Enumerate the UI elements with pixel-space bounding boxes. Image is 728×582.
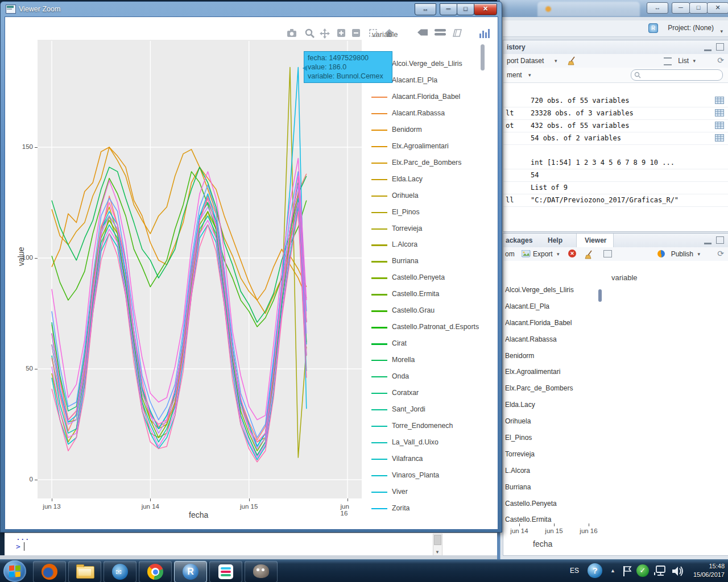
series-Benidorm[interactable] xyxy=(52,147,307,300)
camera-icon[interactable] xyxy=(287,28,299,40)
legend-item[interactable]: Zorita xyxy=(371,502,485,515)
legend-scrollbar[interactable] xyxy=(481,44,485,70)
bg-window-resize-button[interactable]: ↔ xyxy=(647,2,668,14)
environment-search-input[interactable] xyxy=(631,69,723,81)
legend-item[interactable]: Castello.Ermita xyxy=(371,288,485,301)
vz-maximize-button[interactable]: □ xyxy=(457,3,474,15)
tab-packages-partial[interactable]: ackages xyxy=(506,236,532,244)
legend-item-label: Coratxar xyxy=(392,389,419,397)
taskbar-clock[interactable]: 15:48 15/06/2017 xyxy=(682,562,725,579)
legend-item[interactable]: Elx.Parc_de_Bombers xyxy=(371,157,485,169)
legend-item[interactable]: Vilafranca xyxy=(371,453,485,465)
taskbar-explorer[interactable] xyxy=(68,561,101,582)
refresh-icon[interactable]: ⟳ xyxy=(717,56,724,65)
pane-minimize-icon[interactable] xyxy=(704,44,712,51)
zoom-out-icon[interactable] xyxy=(351,28,364,40)
refresh-icon[interactable]: ⟳ xyxy=(717,249,724,258)
legend-item[interactable]: Alacant.Florida_Babel xyxy=(371,91,485,103)
data-grid-icon[interactable] xyxy=(715,122,724,129)
pane-maximize-icon[interactable] xyxy=(716,236,724,244)
export-button[interactable]: Export xyxy=(533,250,553,258)
taskbar-rstudio[interactable]: R xyxy=(174,561,207,582)
start-button[interactable] xyxy=(3,560,26,582)
language-indicator[interactable]: ES xyxy=(570,567,579,575)
legend-item[interactable]: La_Vall_d.Uixo xyxy=(371,436,485,449)
legend-item[interactable]: Sant_Jordi xyxy=(371,404,485,416)
project-selector[interactable]: Project: (None) xyxy=(668,24,714,32)
legend-item[interactable]: Morella xyxy=(371,354,485,367)
data-grid-icon[interactable] xyxy=(715,97,724,104)
legend-item-label: Castello.Grau xyxy=(392,306,435,314)
legend-item-label: Viver xyxy=(392,488,408,496)
zoom-in-icon[interactable] xyxy=(337,28,349,40)
broom-icon[interactable] xyxy=(584,250,594,260)
legend-item[interactable]: Cirat xyxy=(371,338,485,350)
data-grid-icon[interactable] xyxy=(715,109,724,117)
legend-item[interactable]: Elx.Agroalimentari xyxy=(371,140,485,153)
bg-minimize-button[interactable]: ─ xyxy=(672,2,690,14)
legend-item[interactable]: Vinaros_Planta xyxy=(371,469,485,482)
vz-resize-button[interactable]: ↔ xyxy=(415,3,436,15)
series-Morella[interactable] xyxy=(52,167,307,322)
bg-maximize-button[interactable]: □ xyxy=(689,2,708,14)
import-dataset-button[interactable]: port Dataset xyxy=(507,57,544,65)
publish-button[interactable]: Publish xyxy=(671,250,693,258)
legend-item[interactable]: Torre_Endomenech xyxy=(371,420,485,433)
legend-item[interactable]: Benidorm xyxy=(371,124,485,136)
legend-item[interactable]: Torrevieja xyxy=(371,223,485,235)
pane-minimize-icon[interactable] xyxy=(704,238,712,244)
environment-row[interactable]: lt23328 obs. of 3 variables xyxy=(503,107,728,120)
viewer-legend-item: Castello.Penyeta xyxy=(505,500,602,516)
environment-row[interactable]: 720 obs. of 55 variables xyxy=(503,95,728,107)
legend-item[interactable]: Viver xyxy=(371,486,485,498)
scroll-down-arrow-icon[interactable]: ▼ xyxy=(435,550,440,555)
zoom-button-partial[interactable]: om xyxy=(505,250,515,258)
legend-item[interactable]: Burriana xyxy=(371,255,485,268)
environment-row: List of 9 xyxy=(503,182,728,194)
clear-viewer-icon[interactable]: ✕ xyxy=(568,250,576,257)
bg-close-button[interactable]: ✕ xyxy=(707,2,728,14)
viewer-zoom-titlebar[interactable]: Viewer Zoom ↔ ─ □ ✕ xyxy=(1,2,502,16)
pan-icon[interactable] xyxy=(320,28,332,40)
legend-item[interactable]: Castello.Penyeta xyxy=(371,272,485,284)
pane-maximize-icon[interactable] xyxy=(716,43,724,51)
global-environment-selector[interactable]: ment xyxy=(507,71,522,79)
environment-row[interactable]: ot432 obs. of 55 variables xyxy=(503,120,728,132)
legend-item[interactable]: Castello.Grau xyxy=(371,305,485,317)
legend-item[interactable]: L.Alcora xyxy=(371,239,485,251)
legend-item[interactable]: El_Pinos xyxy=(371,206,485,219)
taskbar-gimp[interactable] xyxy=(245,561,278,582)
legend-item[interactable]: Orihuela xyxy=(371,190,485,202)
tab-history-partial[interactable]: istory xyxy=(507,43,526,51)
open-in-new-window-icon[interactable] xyxy=(603,250,612,257)
help-tray-icon[interactable]: ? xyxy=(588,563,602,578)
legend-item[interactable]: Onda xyxy=(371,371,485,383)
taskbar-chrome[interactable] xyxy=(139,561,172,582)
tab-help[interactable]: Help xyxy=(548,236,562,244)
chevron-down-icon: ▾ xyxy=(720,25,723,35)
console-pane[interactable]: ... > ▼ xyxy=(5,533,497,556)
taskbar-slack[interactable] xyxy=(209,561,242,582)
sync-tray-icon[interactable]: ✓ xyxy=(636,564,649,577)
environment-row[interactable]: 54 obs. of 2 variables xyxy=(503,132,728,145)
tab-viewer[interactable]: Viewer xyxy=(576,234,614,247)
x-axis-title: fecha xyxy=(189,510,208,519)
broom-icon[interactable] xyxy=(567,56,577,66)
vz-minimize-button[interactable]: ─ xyxy=(440,3,457,15)
data-grid-icon[interactable] xyxy=(715,134,724,142)
network-tray-icon[interactable] xyxy=(654,565,668,577)
list-view-selector[interactable]: List xyxy=(678,57,689,65)
chart-canvas[interactable] xyxy=(38,40,362,498)
legend-item[interactable]: Elda.Lacy xyxy=(371,173,485,186)
legend-item[interactable]: Alacant.Rabassa xyxy=(371,107,485,120)
vz-close-button[interactable]: ✕ xyxy=(474,3,497,15)
console-scrollbar[interactable]: ▼ xyxy=(433,534,442,556)
action-center-flag-icon[interactable] xyxy=(622,565,632,577)
legend-item[interactable]: Coratxar xyxy=(371,387,485,400)
zoom-icon[interactable] xyxy=(305,28,317,40)
hidden-icons-arrow[interactable]: ▲ xyxy=(610,568,615,573)
x-tick-mark xyxy=(348,498,348,501)
taskbar-firefox[interactable] xyxy=(33,561,66,582)
taskbar-thunderbird[interactable]: ✉ xyxy=(104,561,136,582)
legend-item[interactable]: Castello.Patronat_d.Esports xyxy=(371,321,485,334)
